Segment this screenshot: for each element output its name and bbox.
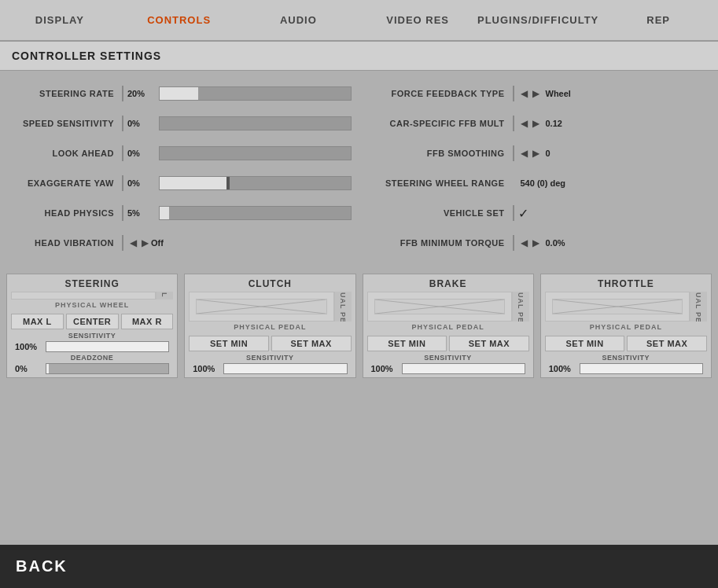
ffb-type-row: FORCE FEEDBACK TYPE ◀ ▶ Wheel [367, 83, 711, 105]
speed-sensitivity-value: 0% [127, 119, 155, 128]
clutch-set-min-button[interactable]: SET MIN [189, 336, 269, 351]
divider [513, 86, 514, 101]
steering-max-r-button[interactable]: MAX R [121, 314, 174, 329]
nav-controls[interactable]: CONTROLS [120, 0, 239, 40]
back-bar: BACK [0, 545, 718, 588]
throttle-inner-box [552, 299, 683, 314]
throttle-sensitivity-row: 100% [545, 362, 707, 376]
head-vibration-value: Off [151, 238, 179, 248]
steering-sensitivity-slider[interactable] [46, 341, 169, 352]
brake-panel-title: BRAKE [363, 274, 533, 292]
nav-videores[interactable]: VIDEO RES [358, 0, 477, 40]
brake-side-label: VIRTUAL PEDAL [517, 292, 525, 322]
ffb-smoothing-row: FFB SMOOTHING ◀ ▶ 0 [367, 142, 711, 164]
ffb-type-left-arrow[interactable]: ◀ [518, 88, 530, 99]
brake-sensitivity-row: 100% [367, 362, 529, 376]
ffb-smoothing-right-arrow[interactable]: ▶ [530, 148, 542, 159]
brake-set-max-button[interactable]: SET MAX [449, 336, 529, 351]
steering-rate-slider[interactable] [159, 86, 352, 101]
steering-side-label: VIRTUAL WHEEL [161, 292, 169, 300]
speed-sensitivity-label: SPEED SENSITIVITY [8, 119, 118, 128]
steering-deadzone-row: 0% [11, 362, 173, 376]
steering-sensitivity-label: SENSITIVITY [11, 332, 173, 340]
throttle-sensitivity-slider[interactable] [580, 363, 703, 374]
ffb-smoothing-value: 0 [542, 149, 605, 158]
throttle-sensitivity-label: SENSITIVITY [545, 354, 707, 362]
head-vibration-left-arrow[interactable]: ◀ [127, 237, 139, 248]
brake-set-min-button[interactable]: SET MIN [367, 336, 447, 351]
ffb-type-right-arrow[interactable]: ▶ [530, 88, 542, 99]
steering-sensitivity-value: 100% [15, 342, 42, 351]
head-physics-row: HEAD PHYSICS 5% [8, 202, 352, 224]
head-vibration-label: HEAD VIBRATION [8, 238, 118, 248]
clutch-panel: CLUTCH VIRTUAL PEDAL PHYSICAL PEDAL SET … [184, 274, 355, 378]
look-ahead-slider[interactable] [159, 146, 352, 160]
ffb-mult-right-arrow[interactable]: ▶ [530, 118, 542, 129]
steering-viz-main [11, 292, 156, 300]
clutch-sensitivity-row: 100% [189, 362, 351, 376]
nav-plugins[interactable]: PLUGINS/DIFFICULTY [477, 0, 598, 40]
speed-sensitivity-row: SPEED SENSITIVITY 0% [8, 112, 352, 134]
look-ahead-row: LOOK AHEAD 0% [8, 142, 352, 164]
steering-bottom-label: PHYSICAL WHEEL [7, 300, 177, 311]
nav-audio[interactable]: AUDIO [239, 0, 359, 40]
look-ahead-value: 0% [127, 149, 155, 158]
ffb-smoothing-label: FFB SMOOTHING [367, 149, 509, 158]
steering-rate-value: 20% [127, 89, 155, 98]
throttle-panel: THROTTLE VIRTUAL PEDAL PHYSICAL PEDAL SE… [540, 274, 712, 378]
brake-inner-box [374, 299, 505, 314]
clutch-svg [197, 300, 326, 314]
steering-deadzone-label: DEADZONE [11, 354, 173, 362]
nav-display[interactable]: DISPLAY [0, 0, 120, 40]
head-physics-label: HEAD PHYSICS [8, 208, 118, 218]
throttle-bottom-label: PHYSICAL PEDAL [541, 322, 711, 333]
clutch-bottom-label: PHYSICAL PEDAL [185, 322, 355, 333]
nav-rep[interactable]: REP [598, 0, 718, 40]
exaggerate-yaw-slider[interactable] [159, 176, 352, 190]
steering-wheel-range-label: STEERING WHEEL RANGE [367, 178, 509, 188]
section-header: CONTROLLER SETTINGS [0, 42, 718, 71]
clutch-side: VIRTUAL PEDAL [334, 292, 352, 322]
steering-inner-box [18, 299, 149, 300]
divider [513, 235, 514, 251]
ffb-min-torque-right-arrow[interactable]: ▶ [530, 237, 542, 248]
back-button[interactable]: BACK [16, 557, 68, 575]
clutch-sensitivity-label: SENSITIVITY [189, 354, 351, 362]
settings-left: STEERING RATE 20% SPEED SENSITIVITY 0% L… [8, 83, 352, 262]
divider [513, 145, 514, 161]
steering-panel-title: STEERING [7, 274, 177, 292]
steering-side: VIRTUAL WHEEL [156, 292, 173, 300]
divider [513, 205, 514, 221]
head-vibration-row: HEAD VIBRATION ◀ ▶ Off [8, 232, 352, 254]
throttle-side-label: VIRTUAL PEDAL [695, 292, 703, 322]
steering-max-l-button[interactable]: MAX L [11, 314, 64, 329]
divider [513, 116, 514, 131]
steering-rate-label: STEERING RATE [8, 89, 118, 98]
head-physics-slider[interactable] [159, 206, 352, 220]
clutch-viz: VIRTUAL PEDAL [189, 292, 351, 322]
speed-sensitivity-slider[interactable] [159, 116, 352, 130]
vehicle-set-checkmark: ✓ [518, 206, 528, 221]
divider [122, 175, 123, 191]
brake-sensitivity-slider[interactable] [402, 363, 525, 374]
clutch-side-label: VIRTUAL PEDAL [339, 292, 347, 322]
clutch-sensitivity-slider[interactable] [223, 363, 347, 374]
ffb-min-torque-value: 0.0% [542, 238, 605, 248]
ffb-mult-left-arrow[interactable]: ◀ [518, 118, 530, 129]
clutch-panel-title: CLUTCH [185, 274, 355, 292]
vehicle-set-row: VEHICLE SET ✓ [367, 202, 711, 224]
throttle-panel-title: THROTTLE [541, 274, 711, 292]
steering-center-button[interactable]: CENTER [66, 314, 119, 329]
clutch-buttons: SET MIN SET MAX [185, 333, 355, 354]
ffb-smoothing-left-arrow[interactable]: ◀ [518, 148, 530, 159]
head-vibration-right-arrow[interactable]: ▶ [139, 237, 151, 248]
ffb-min-torque-left-arrow[interactable]: ◀ [518, 237, 530, 248]
settings-right: FORCE FEEDBACK TYPE ◀ ▶ Wheel CAR-SPECIF… [367, 83, 711, 262]
brake-side: VIRTUAL PEDAL [512, 292, 529, 322]
brake-svg [375, 300, 504, 314]
steering-deadzone-slider[interactable] [46, 363, 169, 374]
throttle-set-max-button[interactable]: SET MAX [627, 336, 707, 351]
throttle-set-min-button[interactable]: SET MIN [545, 336, 625, 351]
clutch-set-max-button[interactable]: SET MAX [271, 336, 352, 351]
steering-deadzone-value: 0% [15, 364, 42, 373]
